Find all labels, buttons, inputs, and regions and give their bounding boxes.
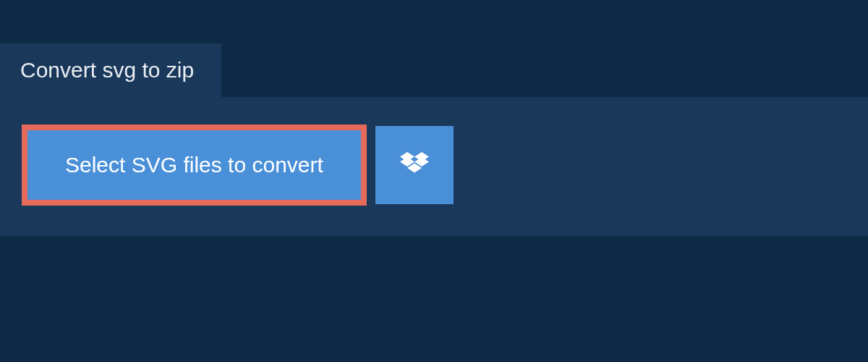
select-files-label: Select SVG files to convert bbox=[65, 153, 323, 177]
tab-convert-svg-to-zip[interactable]: Convert svg to zip bbox=[0, 43, 221, 97]
tab-bar: Convert svg to zip bbox=[0, 0, 868, 97]
tab-label: Convert svg to zip bbox=[20, 58, 194, 82]
dropbox-button[interactable] bbox=[375, 126, 454, 204]
content-panel: Select SVG files to convert bbox=[0, 97, 868, 236]
select-files-button[interactable]: Select SVG files to convert bbox=[22, 125, 367, 206]
dropbox-icon bbox=[400, 152, 429, 178]
